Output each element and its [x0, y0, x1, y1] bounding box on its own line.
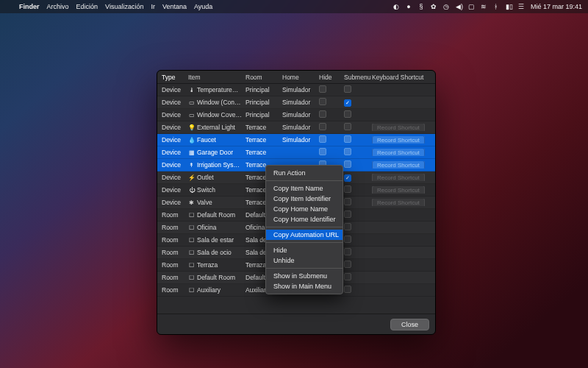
table-row[interactable]: Device▦Garage DoorTerraceRecord Shortcut [157, 146, 435, 159]
context-menu-item[interactable]: Copy Automation URL [266, 230, 343, 240]
col-hide[interactable]: Hide [319, 74, 344, 81]
record-shortcut-button[interactable]: Record Shortcut [372, 186, 425, 194]
hide-checkbox[interactable] [319, 148, 326, 155]
col-room[interactable]: Room [245, 74, 282, 81]
record-shortcut-button[interactable]: Record Shortcut [372, 149, 425, 156]
col-submenu[interactable]: Submenu [344, 74, 372, 81]
cell-hide [319, 85, 344, 94]
record-shortcut-button[interactable]: Record Shortcut [372, 161, 425, 169]
display-icon[interactable]: ▢ [468, 3, 474, 10]
col-type[interactable]: Type [162, 74, 188, 81]
item-label: Auxiliary [197, 286, 220, 294]
hide-checkbox[interactable] [319, 123, 326, 130]
submenu-checkbox[interactable] [344, 185, 351, 193]
hide-checkbox[interactable] [319, 110, 326, 118]
clock-icon[interactable]: ◷ [443, 3, 449, 10]
submenu-checkbox[interactable]: ✓ [344, 99, 351, 107]
cell-home: Simulador [282, 124, 319, 131]
cell-room: Principal [245, 111, 282, 118]
item-label: Garage Door [197, 149, 233, 156]
table-row[interactable]: Device💡External LightTerraceSimuladorRec… [157, 121, 435, 134]
table-row[interactable]: Device💧FaucetTerraceSimuladorRecord Shor… [157, 134, 435, 146]
submenu-checkbox[interactable] [344, 223, 351, 230]
status-icon[interactable]: ◐ [393, 3, 399, 10]
spotify-icon[interactable]: ● [406, 3, 412, 10]
table-row[interactable]: Device▭Window (Con…PrincipalSimulador✓ [157, 96, 435, 109]
app-menu[interactable]: Finder [19, 3, 40, 10]
battery-icon[interactable]: ▮▯ [506, 3, 512, 10]
cell-submenu [344, 123, 372, 132]
context-menu-item[interactable]: Show in Main Menu [266, 281, 343, 291]
cell-item: ⚡Outlet [188, 174, 245, 181]
record-shortcut-button[interactable]: Record Shortcut [372, 136, 425, 144]
hide-checkbox[interactable] [319, 85, 326, 93]
cell-type: Room [162, 261, 188, 269]
submenu-checkbox[interactable] [344, 261, 351, 268]
table-row[interactable]: Device▭Window Cove…PrincipalSimulador [157, 109, 435, 121]
submenu-checkbox[interactable] [344, 198, 351, 205]
submenu-checkbox[interactable] [344, 286, 351, 293]
menu-visualizacion[interactable]: Visualización [105, 3, 143, 10]
record-shortcut-button[interactable]: Record Shortcut [372, 124, 425, 131]
cell-shortcut: Record Shortcut [372, 124, 431, 131]
record-shortcut-button[interactable]: Record Shortcut [372, 174, 425, 181]
item-type-icon: ☐ [188, 212, 195, 219]
context-menu-item[interactable]: Copy Home Name [266, 204, 343, 214]
item-label: Window Cove… [197, 111, 242, 118]
context-menu-item[interactable]: Show in Submenu [266, 271, 343, 281]
cell-shortcut: Record Shortcut [372, 161, 431, 169]
menu-archivo[interactable]: Archivo [47, 3, 69, 10]
submenu-checkbox[interactable] [344, 248, 351, 255]
submenu-checkbox[interactable]: ✓ [344, 174, 351, 182]
cell-room: Terrace [245, 149, 282, 156]
close-button[interactable]: Close [390, 319, 429, 330]
menu-ir[interactable]: Ir [151, 3, 155, 10]
table-row[interactable]: Device🌡Temperature…PrincipalSimulador [157, 84, 435, 96]
wave-icon[interactable]: § [418, 3, 424, 10]
menu-edicion[interactable]: Edición [76, 3, 98, 10]
cell-item: ☐Terraza [188, 261, 245, 269]
cell-type: Device [162, 86, 188, 93]
context-menu-item[interactable]: Copy Item Identifier [266, 194, 343, 204]
cell-room: Terrace [245, 124, 282, 131]
item-label: Window (Con… [197, 99, 241, 106]
cell-home: Simulador [282, 111, 319, 118]
item-type-icon: ☐ [188, 262, 195, 269]
col-item[interactable]: Item [188, 74, 245, 81]
item-type-icon: ☐ [188, 275, 195, 281]
submenu-checkbox[interactable] [344, 123, 351, 130]
context-menu-item[interactable]: Run Action [266, 168, 343, 178]
context-menu-item[interactable]: Copy Home Identifier [266, 214, 343, 224]
submenu-checkbox[interactable] [344, 85, 351, 93]
item-type-icon: ▭ [188, 112, 195, 118]
cell-submenu [344, 223, 372, 232]
modal-footer: Close [157, 314, 435, 334]
submenu-checkbox[interactable] [344, 210, 351, 218]
bluetooth-icon[interactable]: ᚼ [493, 3, 499, 10]
context-menu-item[interactable]: Copy Item Name [266, 183, 343, 194]
context-menu-item[interactable]: Unhide [266, 255, 343, 266]
cell-hide [319, 135, 344, 144]
submenu-checkbox[interactable] [344, 148, 351, 155]
volume-icon[interactable]: ◀) [456, 3, 462, 10]
cell-submenu [344, 210, 372, 219]
menu-ayuda[interactable]: Ayuda [194, 3, 212, 10]
hide-checkbox[interactable] [319, 135, 326, 143]
control-center-icon[interactable]: ☰ [518, 3, 524, 10]
record-shortcut-button[interactable]: Record Shortcut [372, 199, 425, 206]
menubar-clock[interactable]: Mié 17 mar 19:41 [531, 3, 582, 10]
submenu-checkbox[interactable] [344, 273, 351, 280]
col-shortcut[interactable]: Keyboard Shortcut [372, 74, 431, 81]
hide-checkbox[interactable] [319, 98, 326, 105]
wifi-icon[interactable]: ≋ [481, 3, 487, 10]
submenu-checkbox[interactable] [344, 236, 351, 243]
gear-icon[interactable]: ✿ [431, 3, 437, 10]
col-home[interactable]: Home [282, 74, 319, 81]
cell-submenu [344, 236, 372, 244]
submenu-checkbox[interactable] [344, 135, 351, 143]
submenu-checkbox[interactable] [344, 110, 351, 118]
submenu-checkbox[interactable] [344, 160, 351, 168]
cell-shortcut: Record Shortcut [372, 199, 431, 206]
context-menu-item[interactable]: Hide [266, 245, 343, 255]
menu-ventana[interactable]: Ventana [162, 3, 187, 10]
